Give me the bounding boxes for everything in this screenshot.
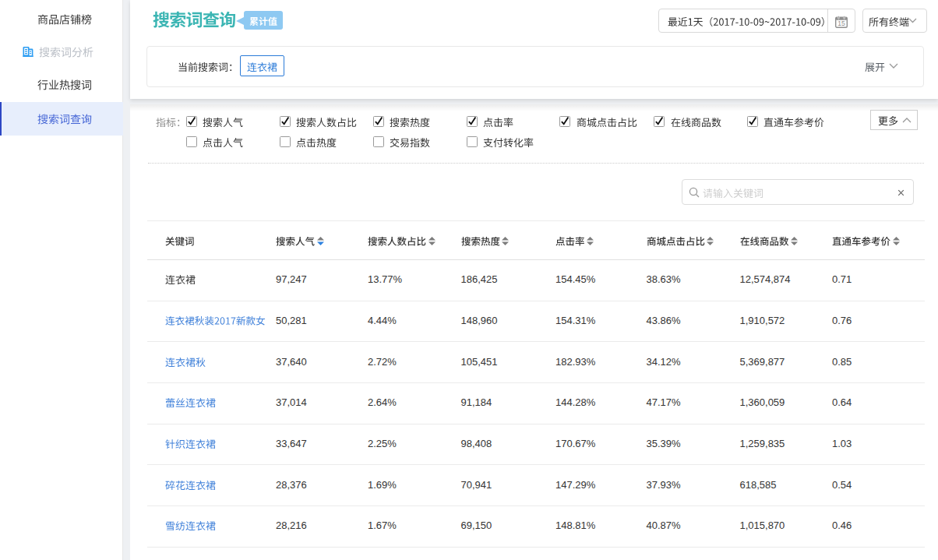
svg-text:15: 15 (838, 19, 845, 27)
